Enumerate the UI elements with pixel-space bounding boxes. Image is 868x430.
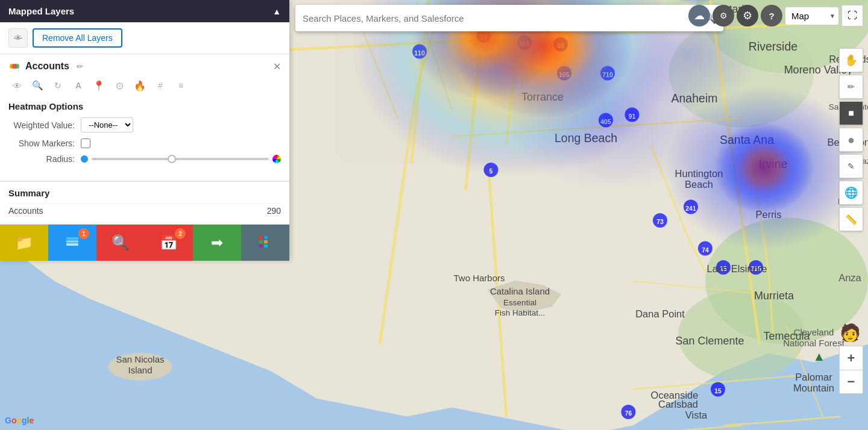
draw-line-btn[interactable]: ✏ (839, 75, 863, 99)
draw-square-btn[interactable]: ■ (839, 101, 863, 125)
ruler-btn[interactable]: 📏 (839, 207, 863, 231)
folder-icon: 📁 (15, 234, 33, 251)
svg-text:San Clemente: San Clemente (675, 335, 744, 347)
search-input[interactable] (303, 13, 698, 23)
search-tab-icon: 🔍 (112, 234, 130, 251)
show-markers-label: Show Markers: (8, 139, 81, 148)
svg-text:Anza: Anza (838, 272, 861, 283)
svg-text:National Forest: National Forest (783, 338, 845, 348)
target-layer-icon[interactable]: ⊙ (111, 77, 128, 94)
accounts-dot-icon (8, 60, 20, 72)
radius-slider[interactable] (92, 158, 269, 160)
layer-icon-toolbar: 👁 🔍 ↻ A 📍 ⊙ 🔥 # ≡ (8, 77, 281, 94)
text-layer-icon[interactable]: A (70, 77, 87, 94)
svg-text:Lake Elsinore: Lake Elsinore (707, 263, 767, 274)
globe-btn[interactable]: 🌐 (839, 181, 863, 205)
svg-text:Mountain: Mountain (793, 382, 834, 393)
layer-section: Accounts ✏ ✕ 👁 🔍 ↻ A 📍 ⊙ 🔥 # ≡ Heatmap O… (0, 54, 289, 181)
svg-text:Cleveland: Cleveland (794, 327, 834, 337)
weighted-value-select[interactable]: --None-- (81, 117, 133, 132)
svg-text:Murrieta: Murrieta (754, 290, 794, 302)
heatmap-options-title: Heatmap Options (8, 101, 281, 111)
svg-text:74: 74 (702, 246, 709, 254)
list-layer-icon[interactable]: ≡ (172, 77, 189, 94)
fullscreen-button[interactable]: ⛶ (841, 5, 863, 26)
svg-rect-126 (66, 243, 78, 246)
zoom-in-btn[interactable]: + (839, 346, 863, 370)
google-logo-text: G (5, 416, 11, 425)
summary-row-accounts: Accounts 290 (8, 203, 281, 218)
street-view-person[interactable]: 🧑 (840, 323, 861, 343)
tab-search[interactable]: 🔍 (96, 225, 145, 261)
refresh-layer-icon[interactable]: ↻ (49, 77, 66, 94)
pan-tool-btn[interactable]: ✋ (839, 48, 863, 72)
right-map-controls: ✋ ✏ ■ ● ✎ 🌐 📏 (839, 48, 863, 231)
search-layer-icon[interactable]: 🔍 (29, 77, 46, 94)
edit-layer-icon[interactable]: ✏ (77, 62, 83, 71)
summary-accounts-label: Accounts (8, 206, 43, 216)
svg-rect-130 (264, 240, 268, 243)
zoom-controls: + − (839, 346, 863, 394)
svg-text:Vista: Vista (685, 410, 708, 420)
mapped-layers-panel: Mapped Layers ▲ 👁 Remove All Layers Acco… (0, 0, 289, 261)
calendar-badge: 2 (175, 228, 186, 239)
layer-close-btn[interactable]: ✕ (273, 61, 281, 72)
hide-layers-btn[interactable]: 👁 (8, 28, 28, 48)
svg-rect-125 (66, 240, 78, 243)
panel-toolbar: 👁 Remove All Layers (0, 22, 289, 54)
heatmap-layer-icon[interactable]: 🔥 (131, 77, 148, 94)
map-type-selector[interactable]: Map Satellite (785, 7, 839, 25)
weather-btn[interactable]: ☁ (688, 5, 710, 26)
show-markers-row: Show Markers: (8, 139, 281, 148)
layer-title-row: Accounts ✏ ✕ (8, 60, 281, 72)
heatmap-options: Heatmap Options Weighted Value: --None--… (8, 101, 281, 175)
svg-rect-132 (264, 245, 268, 248)
panel-title: Mapped Layers (8, 6, 74, 16)
calendar-tab-icon: 📅 (160, 234, 178, 251)
map-type-selector-wrapper: Map Satellite ▼ (785, 7, 839, 25)
zoom-out-btn[interactable]: − (839, 370, 863, 394)
show-markers-checkbox[interactable] (81, 139, 90, 148)
svg-rect-128 (264, 236, 268, 239)
svg-text:Essential: Essential (503, 298, 536, 307)
svg-text:Palomar: Palomar (795, 372, 832, 382)
draw-polygon-btn[interactable]: ✎ (839, 154, 863, 178)
tab-route[interactable]: ➡ (193, 225, 241, 261)
svg-point-123 (12, 64, 17, 69)
svg-rect-124 (66, 237, 78, 240)
eye-off-icon: 👁 (14, 33, 22, 43)
settings-btn[interactable]: ⚙ (737, 5, 758, 26)
svg-text:73: 73 (656, 218, 664, 225)
svg-text:San Nicolas: San Nicolas (116, 354, 164, 364)
svg-text:Island: Island (128, 365, 152, 375)
svg-text:Dana Point: Dana Point (635, 308, 685, 319)
tab-calendar[interactable]: 📅 2 (145, 225, 193, 261)
svg-text:▲: ▲ (813, 349, 826, 363)
layers-btn[interactable]: ⚙ (712, 5, 734, 26)
summary-title: Summary (8, 188, 281, 198)
route-tab-icon: ➡ (211, 234, 223, 251)
accounts-label: Accounts (25, 61, 69, 72)
eye-layer-icon[interactable]: 👁 (8, 77, 25, 94)
pin-layer-icon[interactable]: 📍 (90, 77, 107, 94)
tab-folder[interactable]: 📁 (0, 225, 48, 261)
tab-list[interactable] (241, 225, 289, 261)
svg-text:Catalina Island: Catalina Island (490, 286, 550, 296)
bottom-tabs: 📁 1 🔍 📅 2 ➡ (0, 224, 289, 261)
help-btn[interactable]: ? (761, 5, 782, 26)
layer-title-left: Accounts ✏ (8, 60, 83, 72)
list-tab-icon (257, 232, 274, 253)
panel-collapse-btn[interactable]: ▲ (272, 7, 281, 16)
layers-badge: 1 (78, 228, 89, 239)
draw-circle-btn[interactable]: ● (839, 128, 863, 152)
top-right-controls: ☁ ⚙ ⚙ ? Map Satellite ▼ ⛶ (688, 5, 863, 26)
weighted-value-row: Weighted Value: --None-- (8, 117, 281, 132)
radius-label: Radius: (8, 154, 81, 164)
hash-layer-icon[interactable]: # (152, 77, 169, 94)
panel-header: Mapped Layers ▲ (0, 0, 289, 22)
svg-text:Two Harbors: Two Harbors (453, 273, 505, 283)
google-logo: Google (5, 416, 34, 425)
radius-row: Radius: (8, 154, 281, 164)
tab-layers[interactable]: 1 (48, 225, 96, 261)
remove-all-layers-btn[interactable]: Remove All Layers (33, 28, 122, 48)
